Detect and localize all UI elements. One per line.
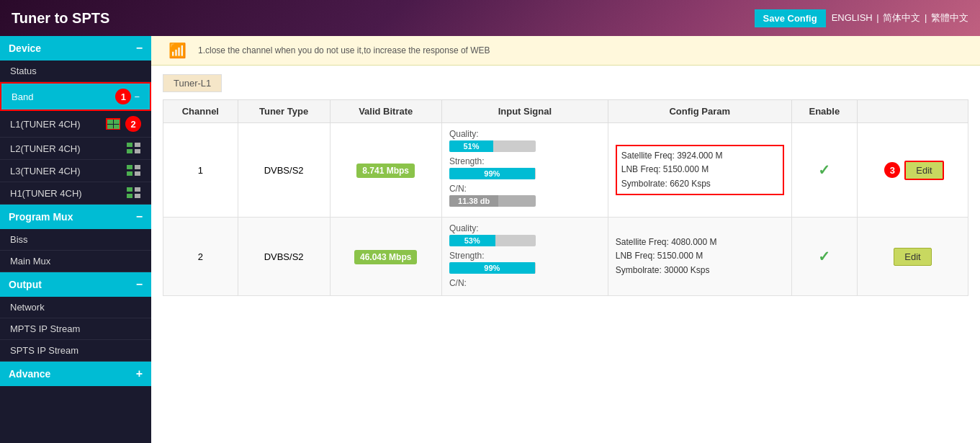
sidebar-item-mpts[interactable]: MPTS IP Stream bbox=[0, 318, 151, 340]
strength-bar-fill: 99% bbox=[449, 262, 535, 274]
sidebar-item-main-mux[interactable]: Main Mux bbox=[0, 251, 151, 272]
l1-channel-icon bbox=[106, 118, 120, 130]
bitrate-badge: 8.741 Mbps bbox=[356, 164, 415, 178]
col-input-signal: Input Signal bbox=[441, 100, 608, 123]
cell-tuner-type: DVBS/S2 bbox=[238, 123, 330, 218]
device-toggle: − bbox=[136, 42, 143, 55]
strength-bar: 99% bbox=[449, 168, 536, 179]
quality-bar: 53% bbox=[449, 235, 536, 246]
device-section-header[interactable]: Device − bbox=[0, 36, 151, 61]
advance-label: Advance bbox=[9, 368, 50, 380]
band-label: Band bbox=[12, 91, 33, 102]
signal-group: Quality: 51% Strength: 99% C/N: 11.38 db bbox=[449, 129, 601, 207]
sidebar-item-l1[interactable]: L1(TUNER 4CH) 2 bbox=[0, 111, 151, 138]
col-valid-bitrate: Valid Bitrate bbox=[330, 100, 441, 123]
badge-1: 1 bbox=[115, 89, 131, 104]
col-config-param: Config Param bbox=[608, 100, 791, 123]
program-mux-label: Program Mux bbox=[9, 211, 73, 223]
language-selector[interactable]: ENGLISH | 简体中文 | 繁體中文 bbox=[832, 12, 968, 24]
strength-bar-fill: 99% bbox=[449, 168, 535, 179]
sidebar-item-h1[interactable]: H1(TUNER 4CH) bbox=[0, 182, 151, 205]
sidebar-item-band[interactable]: Band 1 − bbox=[0, 82, 151, 111]
cell-config-param: Satellite Freq: 4080.000 M LNB Freq: 515… bbox=[608, 218, 791, 296]
tuner-tab-label[interactable]: Tuner-L1 bbox=[163, 74, 222, 92]
output-toggle: − bbox=[136, 278, 143, 291]
check-icon: ✓ bbox=[818, 162, 830, 178]
badge-3-wrapper: 3 Edit bbox=[865, 161, 961, 180]
quality-label: Quality: bbox=[449, 129, 601, 139]
sidebar-item-status[interactable]: Status bbox=[0, 61, 151, 82]
network-label: Network bbox=[10, 302, 45, 313]
sidebar-item-network[interactable]: Network bbox=[0, 297, 151, 318]
edit-button[interactable]: Edit bbox=[894, 248, 931, 266]
biss-label: Biss bbox=[10, 234, 28, 245]
cell-edit: Edit bbox=[857, 218, 968, 296]
col-channel: Channel bbox=[163, 100, 238, 123]
cell-bitrate: 8.741 Mbps bbox=[330, 123, 441, 218]
lang-traditional[interactable]: 繁體中文 bbox=[931, 12, 968, 23]
col-tuner-type: Tuner Type bbox=[238, 100, 330, 123]
sat-freq: Satellite Freq: 3924.000 M bbox=[621, 149, 778, 163]
l3-label: L3(TUNER 4CH) bbox=[10, 166, 81, 176]
cell-input-signal: Quality: 51% Strength: 99% C/N: 11.38 db bbox=[441, 123, 608, 218]
lnb-freq: LNB Freq: 5150.000 M bbox=[616, 249, 784, 263]
notice-bar: 📶 1.close the channel when you do not us… bbox=[151, 36, 980, 66]
quality-bar: 51% bbox=[449, 140, 536, 152]
tuner-header: Tuner-L1 bbox=[151, 66, 980, 99]
quality-bar-fill: 53% bbox=[449, 235, 495, 246]
strength-label: Strength: bbox=[449, 156, 601, 166]
strength-bar: 99% bbox=[449, 262, 536, 274]
program-mux-toggle: − bbox=[136, 210, 143, 223]
l3-channel-icon bbox=[127, 165, 141, 176]
h1-channel-icon bbox=[127, 187, 141, 199]
table-row: 1DVBS/S28.741 Mbps Quality: 51% Strength… bbox=[163, 123, 968, 218]
cell-input-signal: Quality: 53% Strength: 99% C/N: bbox=[441, 218, 608, 296]
main-content: ForoiSP 📶 1.close the channel when you d… bbox=[151, 36, 980, 443]
bitrate-badge: 46.043 Mbps bbox=[354, 250, 417, 264]
header: Tuner to SPTS Save Config ENGLISH | 简体中文… bbox=[0, 0, 980, 36]
band-toggle: − bbox=[134, 91, 140, 102]
output-label: Output bbox=[9, 279, 42, 290]
badge-2: 2 bbox=[125, 116, 141, 132]
l1-label: L1(TUNER 4CH) bbox=[10, 119, 81, 130]
cell-enable: ✓ bbox=[791, 218, 857, 296]
l2-channel-icon bbox=[127, 143, 141, 154]
table-wrapper: Channel Tuner Type Valid Bitrate Input S… bbox=[151, 99, 980, 308]
cell-edit: 3 Edit bbox=[857, 123, 968, 218]
cell-tuner-type: DVBS/S2 bbox=[238, 218, 330, 296]
edit-button[interactable]: Edit bbox=[904, 161, 943, 180]
main-mux-label: Main Mux bbox=[10, 256, 50, 267]
cell-channel: 2 bbox=[163, 218, 238, 296]
header-right: Save Config ENGLISH | 简体中文 | 繁體中文 bbox=[755, 9, 968, 27]
symbolrate: Symbolrate: 6620 Ksps bbox=[621, 177, 778, 191]
cn-label: C/N: bbox=[449, 278, 601, 288]
save-config-button[interactable]: Save Config bbox=[755, 9, 826, 27]
table-header-row: Channel Tuner Type Valid Bitrate Input S… bbox=[163, 100, 968, 123]
page-title: Tuner to SPTS bbox=[12, 10, 109, 27]
cell-config-param: Satellite Freq: 3924.000 M LNB Freq: 515… bbox=[608, 123, 791, 218]
sidebar-item-l3[interactable]: L3(TUNER 4CH) bbox=[0, 160, 151, 182]
output-section-header[interactable]: Output − bbox=[0, 272, 151, 297]
l2-label: L2(TUNER 4CH) bbox=[10, 143, 81, 154]
quality-bar-fill: 51% bbox=[449, 140, 493, 152]
channel-table: Channel Tuner Type Valid Bitrate Input S… bbox=[163, 99, 968, 296]
sidebar-item-l2[interactable]: L2(TUNER 4CH) bbox=[0, 138, 151, 160]
sidebar-item-spts[interactable]: SPTS IP Stream bbox=[0, 340, 151, 362]
cell-channel: 1 bbox=[163, 123, 238, 218]
advance-section-header[interactable]: Advance + bbox=[0, 362, 151, 386]
main-layout: Device − Status Band 1 − L1(TUNER 4CH) 2 bbox=[0, 36, 980, 443]
check-icon: ✓ bbox=[818, 249, 830, 264]
cell-enable: ✓ bbox=[791, 123, 857, 218]
notice-text: 1.close the channel when you do not use … bbox=[198, 45, 490, 55]
sat-freq: Satellite Freq: 4080.000 M bbox=[616, 236, 784, 249]
symbolrate: Symbolrate: 30000 Ksps bbox=[616, 264, 784, 277]
lang-english[interactable]: ENGLISH bbox=[832, 12, 873, 23]
cn-bar: 11.38 db bbox=[449, 195, 536, 207]
cn-bar-fill: 11.38 db bbox=[449, 195, 498, 207]
sidebar-item-biss[interactable]: Biss bbox=[0, 229, 151, 251]
h1-label: H1(TUNER 4CH) bbox=[10, 188, 82, 199]
lang-simplified[interactable]: 简体中文 bbox=[883, 12, 920, 23]
spts-label: SPTS IP Stream bbox=[10, 345, 78, 356]
sidebar: Device − Status Band 1 − L1(TUNER 4CH) 2 bbox=[0, 36, 151, 443]
program-mux-section-header[interactable]: Program Mux − bbox=[0, 205, 151, 229]
